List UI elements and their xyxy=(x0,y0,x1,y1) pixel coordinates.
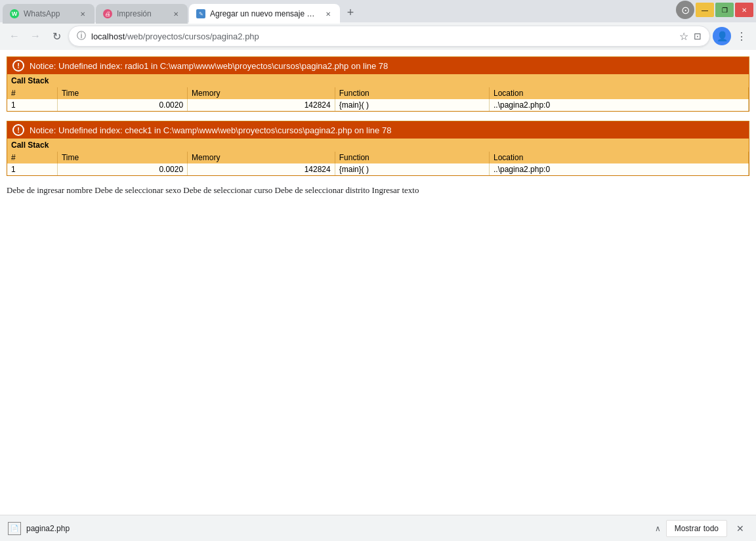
refresh-button[interactable]: ↻ xyxy=(47,27,66,45)
row-memory: 142824 xyxy=(188,163,335,175)
file-icon: 📄 xyxy=(8,522,21,535)
bottom-right: Mostrar todo ✕ xyxy=(666,520,748,537)
error-header-2: ! Notice: Undefined index: check1 in C:\… xyxy=(7,121,749,139)
col-location-2: Location xyxy=(490,152,749,163)
profile-avatar[interactable]: 👤 xyxy=(713,27,731,45)
cast-icon[interactable]: ⊡ xyxy=(694,31,702,41)
validation-text: Debe de ingresar nombre Debe de seleccio… xyxy=(7,185,749,196)
forward-button[interactable]: → xyxy=(26,27,45,45)
row-function: {main}( ) xyxy=(335,99,489,111)
row-time: 0.0020 xyxy=(57,99,187,111)
col-memory-2: Memory xyxy=(188,152,335,163)
table-row: 1 0.0020 142824 {main}( ) ..\pagina2.php… xyxy=(7,163,749,175)
back-button[interactable]: ← xyxy=(5,27,24,45)
url-text: localhost/web/proyectos/cursos/pagina2.p… xyxy=(91,32,674,41)
bottom-chevron-icon[interactable]: ∧ xyxy=(655,524,661,533)
col-num-2: # xyxy=(7,152,57,163)
close-window-button[interactable]: ✕ xyxy=(735,3,753,17)
col-location-1: Location xyxy=(490,87,749,99)
tab-forum[interactable]: ✎ Agregar un nuevo mensaje al for... ✕ xyxy=(189,4,340,24)
error-notice-2: ! Notice: Undefined index: check1 in C:\… xyxy=(7,121,749,176)
col-time-2: Time xyxy=(57,152,187,163)
tab-impresion-label: Impresión xyxy=(117,9,167,18)
security-icon: ⓘ xyxy=(77,30,86,42)
error-message-1: Notice: Undefined index: radio1 in C:\wa… xyxy=(30,61,388,71)
col-memory-1: Memory xyxy=(188,87,335,99)
bookmark-icon[interactable]: ☆ xyxy=(679,30,688,43)
row-location: ..\pagina2.php:0 xyxy=(490,99,749,111)
bottom-close-button[interactable]: ✕ xyxy=(732,521,748,536)
tab-whatsapp-close[interactable]: ✕ xyxy=(77,9,88,19)
whatsapp-favicon: W xyxy=(9,9,20,19)
col-function-1: Function xyxy=(335,87,489,99)
tab-forum-close[interactable]: ✕ xyxy=(323,9,333,19)
error-icon-1: ! xyxy=(12,60,24,72)
tab-forum-label: Agregar un nuevo mensaje al for... xyxy=(210,9,319,18)
chrome-icon: ⊙ xyxy=(676,1,694,19)
new-tab-button[interactable]: + xyxy=(341,3,360,22)
error-table-2: Call Stack # Time Memory Function Locati… xyxy=(7,139,749,175)
minimize-button[interactable]: — xyxy=(696,3,714,17)
row-location: ..\pagina2.php:0 xyxy=(490,163,749,175)
table-row: 1 0.0020 142824 {main}( ) ..\pagina2.php… xyxy=(7,99,749,111)
error-notice-1: ! Notice: Undefined index: radio1 in C:\… xyxy=(7,56,749,112)
impresion-favicon: 🖨 xyxy=(102,9,113,19)
maximize-button[interactable]: ❐ xyxy=(715,3,734,17)
browser-window: W WhatsApp ✕ 🖨 Impresión ✕ ✎ Agregar un … xyxy=(0,0,756,541)
mostrar-todo-button[interactable]: Mostrar todo xyxy=(666,520,727,537)
address-bar[interactable]: ⓘ localhost/web/proyectos/cursos/pagina2… xyxy=(68,26,710,47)
tab-impresion-close[interactable]: ✕ xyxy=(171,9,181,19)
call-stack-label-1: Call Stack xyxy=(7,74,749,87)
row-memory: 142824 xyxy=(188,99,335,111)
bottom-filename: pagina2.php xyxy=(26,524,650,533)
call-stack-label-2: Call Stack xyxy=(7,139,749,152)
error-icon-2: ! xyxy=(12,124,24,136)
error-message-2: Notice: Undefined index: check1 in C:\wa… xyxy=(30,125,391,135)
error-header-1: ! Notice: Undefined index: radio1 in C:\… xyxy=(7,57,749,74)
row-time: 0.0020 xyxy=(57,163,187,175)
row-num: 1 xyxy=(7,99,57,111)
tab-whatsapp[interactable]: W WhatsApp ✕ xyxy=(3,4,94,24)
row-num: 1 xyxy=(7,163,57,175)
error-table-1: Call Stack # Time Memory Function Locati… xyxy=(7,74,749,111)
window-controls: ⊙ — ❐ ✕ xyxy=(676,1,753,19)
tab-impresion[interactable]: 🖨 Impresión ✕ xyxy=(96,4,188,24)
more-options-button[interactable]: ⋮ xyxy=(732,27,751,45)
col-time-1: Time xyxy=(57,87,187,99)
toolbar-right: 👤 ⋮ xyxy=(713,27,751,45)
page-content: ! Notice: Undefined index: radio1 in C:\… xyxy=(0,50,756,515)
bottom-bar: 📄 pagina2.php ∧ Mostrar todo ✕ xyxy=(0,515,756,541)
col-num-1: # xyxy=(7,87,57,99)
title-bar: W WhatsApp ✕ 🖨 Impresión ✕ ✎ Agregar un … xyxy=(0,0,756,22)
forum-favicon: ✎ xyxy=(196,9,206,19)
col-function-2: Function xyxy=(335,152,489,163)
toolbar: ← → ↻ ⓘ localhost/web/proyectos/cursos/p… xyxy=(0,22,756,50)
row-function: {main}( ) xyxy=(335,163,489,175)
tab-whatsapp-label: WhatsApp xyxy=(24,9,74,18)
